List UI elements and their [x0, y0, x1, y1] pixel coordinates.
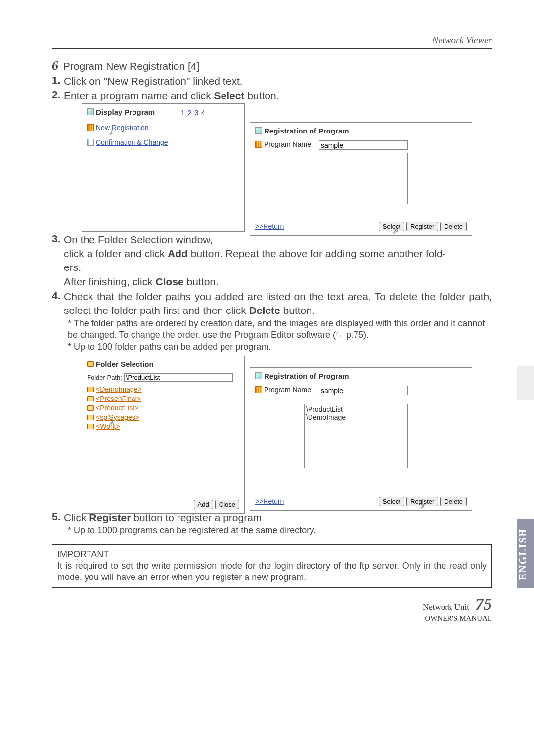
reg-title-1: Registration of Program	[255, 127, 349, 135]
fs-title-text: Folder Selection	[96, 360, 154, 368]
note-5: * Up to 1000 programs can be registered …	[68, 525, 492, 536]
reg-title-text-1: Registration of Program	[264, 127, 349, 135]
reg-title-2: Registration of Program	[255, 372, 349, 380]
footer: Network Unit 75 OWNER'S MANUAL	[52, 595, 492, 623]
register-button-2[interactable]: Register	[406, 497, 438, 506]
item3-l2c: button. Repeat the above for adding some…	[188, 248, 446, 259]
reg-title-text-2: Registration of Program	[264, 372, 349, 380]
screenshot-registration-1: Registration of Program Program Name >>R…	[250, 122, 472, 236]
dp-title-text: Display Program	[96, 108, 155, 116]
item1-num: 1.	[52, 74, 64, 88]
confirm-row: Confirmation & Change	[87, 138, 239, 146]
closed-folder-icon	[87, 405, 94, 411]
new-registration-link[interactable]: New Registration	[96, 124, 149, 132]
header-rule	[52, 48, 492, 49]
page-link-3[interactable]: 3	[194, 109, 198, 117]
important-heading: IMPORTANT	[57, 549, 487, 560]
folder-path-input[interactable]	[124, 373, 233, 382]
item3-num: 3.	[52, 233, 64, 289]
window-icon	[255, 372, 262, 379]
select-button-1[interactable]: Select	[379, 222, 404, 231]
language-tab: ENGLISH	[517, 519, 534, 588]
important-box: IMPORTANT It is required to set the writ…	[52, 544, 492, 588]
return-link-2[interactable]: >>Return	[255, 497, 284, 505]
item4-bold: Delete	[249, 305, 280, 316]
program-name-label-text-2: Program Name	[264, 386, 311, 394]
chart-icon	[255, 141, 262, 148]
program-name-input-1[interactable]	[319, 140, 408, 150]
folder-link-0[interactable]: <DemoImage>	[96, 385, 142, 394]
item2-num: 2.	[52, 89, 64, 103]
add-button[interactable]: Add	[194, 500, 213, 509]
item1-text: Click on "New Registration" linked text.	[64, 74, 492, 88]
program-name-input-2[interactable]	[319, 386, 408, 395]
step6-title: Program New Registration [4]	[63, 60, 199, 72]
item5-num: 5.	[52, 511, 64, 525]
chart-icon	[255, 386, 262, 393]
item3-l4a: After finishing, click	[64, 276, 156, 287]
register-button-1[interactable]: Register	[406, 222, 438, 231]
footer-manual: OWNER'S MANUAL	[425, 614, 492, 622]
page-link-1[interactable]: 1	[181, 109, 185, 117]
folder-paths-area-1[interactable]	[319, 153, 408, 204]
item2-bold: Select	[214, 90, 244, 101]
item4-num: 4.	[52, 290, 64, 318]
page-link-2[interactable]: 2	[188, 109, 192, 117]
select-button-2[interactable]: Select	[379, 497, 404, 506]
new-reg-row: New Registration	[87, 124, 239, 132]
page-current-4: 4	[201, 109, 205, 117]
item3-l2b: Add	[168, 248, 188, 259]
chart-icon	[87, 124, 94, 131]
screenshot-folder-selection: Folder Selection Folder Path: <DemoImage…	[82, 356, 245, 514]
item3-l3: ers.	[64, 262, 81, 273]
fs-title: Folder Selection	[87, 360, 154, 368]
closed-folder-icon	[87, 424, 94, 429]
dp-title: Display Program	[87, 108, 155, 116]
folder-link-1[interactable]: <PresenFinal>	[96, 394, 141, 403]
footer-unit: Network Unit	[423, 602, 469, 612]
item2-pre: Enter a program name and click	[64, 90, 214, 101]
note-4b: * Up to 100 folder paths can be added pe…	[68, 341, 492, 353]
item3-text: On the Folder Selection window, click a …	[64, 233, 492, 289]
return-link-1[interactable]: >>Return	[255, 222, 284, 230]
important-body: It is required to set the write permissi…	[57, 560, 487, 583]
sheet-icon	[87, 139, 94, 146]
confirmation-change-link[interactable]: Confirmation & Change	[96, 138, 168, 146]
close-button[interactable]: Close	[215, 500, 239, 509]
page-nums: 1 2 3 4	[181, 109, 205, 117]
folder-link-3[interactable]: <splSysages>	[96, 413, 139, 422]
item3-l2a: click a folder and click	[64, 248, 168, 259]
open-folder-icon	[87, 361, 94, 367]
item2-text: Enter a program name and click Select bu…	[64, 89, 492, 103]
step6-num: 6	[52, 58, 58, 73]
item4-post: button.	[280, 305, 315, 316]
note-4a: * The folder paths are ordered by creati…	[68, 318, 492, 341]
closed-folder-icon	[87, 396, 94, 401]
program-name-label-1: Program Name	[255, 140, 311, 148]
window-icon	[255, 127, 262, 134]
program-name-label-text-1: Program Name	[264, 140, 311, 148]
step6-heading: 6 Program New Registration [4]	[52, 58, 492, 73]
section-header: Network Viewer	[52, 35, 492, 45]
window-icon	[87, 108, 94, 115]
page-number: 75	[475, 595, 492, 613]
program-name-label-2: Program Name	[255, 386, 311, 394]
screenshot-registration-2: Registration of Program Program Name \Pr…	[250, 367, 472, 511]
folder-paths-area-2[interactable]: \ProductList \DemoImage	[304, 404, 408, 468]
delete-button-1[interactable]: Delete	[440, 222, 467, 231]
closed-folder-icon	[87, 415, 94, 420]
item3-l1: On the Folder Selection window,	[64, 234, 213, 245]
delete-button-2[interactable]: Delete	[440, 497, 467, 506]
item4-text: Check that the folder paths you added ar…	[64, 290, 492, 318]
folder-path-label: Folder Path:	[87, 374, 122, 381]
item3-l4b: Close	[156, 276, 184, 287]
open-folder-icon	[87, 387, 94, 392]
item3-l4c: button.	[184, 276, 219, 287]
item2-post: button.	[244, 90, 279, 101]
screenshot-display-program: Display Program 1 2 3 4 New Registration…	[82, 103, 245, 232]
folder-link-4[interactable]: <Work>	[96, 422, 120, 431]
folder-link-2[interactable]: <ProductList>	[96, 403, 138, 413]
folder-list: <DemoImage> <PresenFinal> <ProductList> …	[87, 385, 239, 431]
side-tab-light	[517, 366, 534, 400]
